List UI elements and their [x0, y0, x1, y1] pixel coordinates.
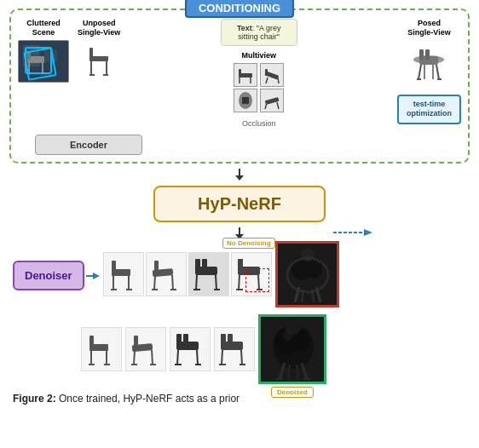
- conditioning-row: ClutteredScene: [18, 19, 461, 128]
- cluttered-svg: [19, 41, 69, 83]
- denoised-chair-2: [125, 327, 166, 371]
- cluttered-scene-label: ClutteredScene: [26, 19, 61, 37]
- green-chair-svg: [261, 316, 324, 382]
- posed-single-view-label: PosedSingle-View: [407, 19, 450, 37]
- svg-line-66: [239, 275, 240, 290]
- mv-chair-2: [262, 65, 282, 85]
- denoised-label: Denoised: [271, 387, 314, 398]
- svg-line-87: [134, 351, 135, 365]
- svg-rect-93: [183, 334, 188, 346]
- main-diagram: CONDITIONING ClutteredScene: [9, 9, 470, 384]
- output-chair-svg-1: [105, 254, 142, 295]
- mv-chair-1: [235, 65, 256, 85]
- svg-line-88: [152, 350, 153, 365]
- svg-rect-59: [202, 259, 207, 271]
- svg-line-21: [278, 78, 279, 83]
- svg-line-101: [222, 350, 222, 365]
- diagram-container: CONDITIONING ClutteredScene: [9, 9, 470, 406]
- svg-rect-100: [228, 334, 233, 346]
- output-chair-2: [146, 252, 187, 296]
- svg-rect-29: [419, 49, 424, 60]
- svg-line-25: [265, 103, 267, 109]
- mv-item-4: [260, 89, 284, 112]
- svg-point-115: [283, 329, 293, 341]
- output-chair-3: [188, 252, 229, 296]
- text-box: Text: "A grey sitting chair": [221, 19, 297, 46]
- svg-rect-23: [242, 97, 249, 104]
- cluttered-scene-item: ClutteredScene: [18, 19, 69, 83]
- svg-line-95: [197, 350, 198, 365]
- chairs-no-denoise-row: No Denoising: [103, 252, 272, 296]
- svg-marker-38: [235, 175, 244, 181]
- conditioning-section: CONDITIONING ClutteredScene: [9, 9, 470, 164]
- multiview-item: Multiview: [234, 51, 285, 112]
- denoised-chair-svg-1: [83, 329, 120, 370]
- no-denoising-row: Denoiser: [13, 241, 466, 307]
- unposed-chair-svg: [83, 41, 115, 82]
- denoised-chair-svg-4: [216, 329, 253, 370]
- figure-number: Figure 2:: [13, 393, 56, 405]
- encoder-row: Encoder: [18, 135, 461, 155]
- svg-rect-30: [425, 49, 430, 60]
- output-chair-svg-3: [190, 254, 228, 295]
- caption-text: Once trained, HyP-NeRF acts as a prior: [56, 393, 240, 405]
- output-chair-svg-2: [147, 254, 185, 295]
- svg-line-53: [154, 276, 155, 290]
- arrow-to-hypnerf: [9, 169, 470, 181]
- svg-line-112: [297, 365, 298, 379]
- svg-rect-86: [134, 336, 138, 347]
- svg-rect-2: [44, 49, 57, 62]
- posed-single-view-item: PosedSingle-View: [406, 19, 453, 91]
- posed-chair-svg: [407, 41, 450, 90]
- denoised-chair-svg-3: [171, 329, 209, 370]
- multiview-grid: [234, 63, 285, 112]
- multiview-label: Multiview: [241, 51, 276, 60]
- mv-chair-4: [262, 90, 282, 111]
- svg-rect-19: [265, 69, 268, 76]
- red-highlight-container: [275, 241, 339, 307]
- fuzzy-chair-svg: [278, 243, 337, 306]
- svg-rect-3: [26, 48, 51, 73]
- output-chair-4: No Denoising: [231, 252, 272, 296]
- svg-line-60: [196, 275, 197, 290]
- caption: Figure 2: Once trained, HyP-NeRF acts as…: [9, 391, 470, 406]
- svg-rect-65: [238, 259, 243, 271]
- occlusion-label: Occlusion: [242, 119, 276, 128]
- denoised-chair-4: [214, 327, 255, 371]
- mv-item-1: [234, 63, 257, 87]
- svg-line-102: [241, 350, 242, 365]
- svg-rect-9: [89, 48, 93, 60]
- encoder-box: Encoder: [35, 135, 142, 155]
- unposed-single-view-label: UnposedSingle-View: [78, 19, 120, 37]
- red-highlight-image: [275, 241, 339, 307]
- svg-line-111: [288, 365, 290, 379]
- green-highlight-image: [258, 314, 326, 384]
- svg-rect-58: [195, 259, 200, 271]
- svg-marker-44: [93, 273, 100, 279]
- svg-rect-15: [239, 69, 241, 76]
- svg-rect-80: [89, 336, 94, 347]
- svg-rect-52: [154, 261, 159, 273]
- unposed-single-view-item: UnposedSingle-View: [78, 19, 120, 83]
- svg-rect-92: [176, 334, 182, 346]
- mv-chair-3: [235, 90, 256, 111]
- encoder-label: Encoder: [70, 140, 107, 150]
- svg-line-20: [266, 78, 268, 83]
- denoised-chair-1: [81, 327, 122, 371]
- svg-line-31: [418, 65, 421, 79]
- svg-line-26: [277, 102, 279, 109]
- green-highlight-container: Denoised: [258, 314, 326, 384]
- output-chair-1: [103, 252, 144, 296]
- test-time-box: test-timeoptimization: [397, 95, 461, 124]
- svg-marker-42: [364, 229, 372, 236]
- svg-line-32: [436, 65, 439, 79]
- conditioning-label: CONDITIONING: [185, 0, 294, 18]
- svg-line-61: [216, 275, 216, 290]
- denoised-chair-svg-2: [127, 329, 164, 370]
- dashed-red-rect: [245, 268, 269, 292]
- mv-item-2: [260, 63, 284, 87]
- svg-rect-6: [27, 56, 44, 63]
- denoised-row: Denoised: [81, 314, 466, 384]
- output-section: Denoiser: [9, 241, 470, 384]
- svg-line-54: [172, 275, 173, 290]
